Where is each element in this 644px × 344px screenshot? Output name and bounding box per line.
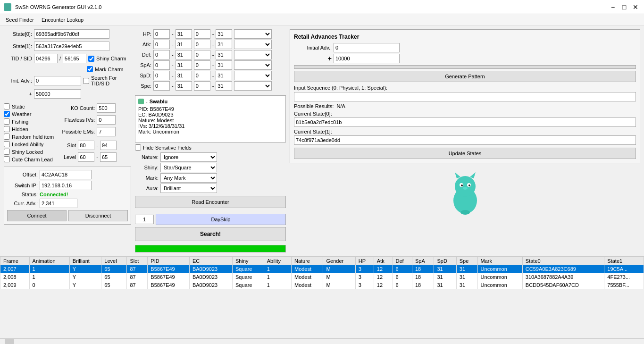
hp-min[interactable]: [153, 29, 170, 39]
mark-select[interactable]: Any Mark: [160, 173, 217, 183]
table-row[interactable]: 2,0081Y6587B5867E49BA0D9023Square1Modest…: [0, 273, 644, 281]
shiny-locked-row: Shiny Locked: [4, 149, 54, 155]
minimize-button[interactable]: −: [608, 2, 618, 12]
spd-max2[interactable]: [216, 71, 232, 80]
mark-charm-checkbox[interactable]: [87, 66, 93, 72]
spe-select[interactable]: [234, 81, 272, 91]
def-select[interactable]: [234, 50, 272, 59]
atk-max[interactable]: [176, 40, 192, 49]
def-max[interactable]: [176, 50, 192, 59]
spe-min2[interactable]: [194, 81, 210, 91]
slot-min-input[interactable]: [78, 141, 94, 150]
search-tid-checkbox[interactable]: [83, 78, 89, 84]
menu-seed-finder[interactable]: Seed Finder: [2, 16, 38, 24]
spd-select[interactable]: [234, 71, 272, 80]
search-button[interactable]: Search!: [135, 227, 286, 241]
nature-select[interactable]: Ignore: [160, 152, 217, 162]
locked-ability-checkbox[interactable]: [4, 141, 10, 147]
spd-max[interactable]: [176, 71, 192, 80]
atk-select[interactable]: [234, 40, 272, 49]
def-max2[interactable]: [216, 50, 232, 59]
tid-input[interactable]: [34, 54, 58, 63]
read-encounter-button[interactable]: Read Encounter: [135, 196, 286, 208]
ko-count-input[interactable]: [97, 103, 116, 113]
plus-adv-input[interactable]: [334, 54, 400, 63]
possible-ems-input[interactable]: [97, 127, 116, 136]
switch-ip-input[interactable]: [40, 181, 92, 190]
hp-select[interactable]: [234, 29, 272, 39]
spa-label: SpA:: [135, 62, 151, 68]
hidden-checkbox[interactable]: [4, 126, 10, 132]
disconnect-button[interactable]: Disconnect: [68, 210, 128, 221]
col-brilliant: Brilliant: [69, 257, 101, 265]
generate-pattern-button[interactable]: Generate Pattern: [294, 71, 636, 82]
spd-min2[interactable]: [194, 71, 210, 80]
state0-input[interactable]: [34, 29, 109, 39]
table-row[interactable]: 2,0090Y6587B5867E49BA0D9023Square1Modest…: [0, 281, 644, 289]
hp-min2[interactable]: [194, 29, 210, 39]
curr-adv-input[interactable]: [40, 199, 77, 208]
connect-button[interactable]: Connect: [7, 210, 67, 221]
offset-input[interactable]: [40, 170, 92, 179]
switch-ip-label: Switch IP:: [7, 183, 38, 188]
flawless-ivs-input[interactable]: [97, 115, 116, 125]
hide-sensitive-checkbox[interactable]: [135, 144, 141, 151]
current-state1-input[interactable]: [294, 135, 636, 145]
pokemon-mark: Mark: Uncommon: [138, 129, 283, 134]
slot-max-input[interactable]: [100, 141, 117, 150]
sid-input[interactable]: [63, 54, 86, 63]
static-checkbox[interactable]: [4, 103, 10, 109]
col-hp: HP: [355, 257, 374, 265]
ko-count-label: KO Count:: [59, 105, 95, 111]
shiny-locked-checkbox[interactable]: [4, 149, 10, 155]
spa-select[interactable]: [234, 60, 272, 70]
menu-encounter-lookup[interactable]: Encounter Lookup: [38, 16, 87, 24]
weather-checkbox[interactable]: [4, 111, 10, 117]
spa-min[interactable]: [153, 60, 170, 70]
current-state0-label: Current State[0]:: [294, 111, 636, 117]
spa-max[interactable]: [176, 60, 192, 70]
spe-max2[interactable]: [216, 81, 232, 91]
dayskip-button[interactable]: DaySkip: [156, 214, 286, 225]
spe-min[interactable]: [153, 81, 170, 91]
initial-adv-input[interactable]: [334, 43, 400, 52]
spd-min[interactable]: [153, 71, 170, 80]
close-button[interactable]: ✕: [631, 2, 640, 12]
table-cell: 1: [264, 273, 291, 281]
hp-max[interactable]: [176, 29, 192, 39]
init-adv-input[interactable]: [34, 76, 81, 85]
app-icon: [4, 3, 11, 11]
level-max-input[interactable]: [100, 152, 117, 162]
update-states-button[interactable]: Update States: [294, 148, 636, 159]
fishing-checkbox[interactable]: [4, 118, 10, 125]
shiny-select[interactable]: Star/Square: [160, 163, 217, 172]
atk-min2[interactable]: [194, 40, 210, 49]
dayskip-num-input[interactable]: [135, 215, 154, 224]
aura-filter-label: Aura:: [135, 185, 159, 191]
results-table-container[interactable]: Frame Animation Brilliant Level Slot PID…: [0, 256, 644, 338]
hp-max2[interactable]: [216, 29, 232, 39]
current-state0-input[interactable]: [294, 117, 636, 127]
maximize-button[interactable]: □: [619, 2, 629, 12]
level-min-input[interactable]: [78, 152, 94, 162]
input-seq-input[interactable]: [294, 92, 636, 101]
aura-select[interactable]: Brilliant: [160, 184, 217, 193]
def-min2[interactable]: [194, 50, 210, 59]
def-min[interactable]: [153, 50, 170, 59]
state1-input[interactable]: [34, 42, 109, 51]
scroll-thumb[interactable]: [5, 339, 14, 344]
table-cell: CC59A0E3A823C689: [522, 265, 604, 273]
static-label: Static: [12, 104, 25, 109]
spe-max[interactable]: [176, 81, 192, 91]
atk-max2[interactable]: [216, 40, 232, 49]
plus-input[interactable]: [34, 89, 81, 99]
table-cell: Uncommon: [477, 265, 522, 273]
table-row[interactable]: 2,0071Y6587B5867E49BA0D9023Square1Modest…: [0, 265, 644, 273]
spa-min2[interactable]: [194, 60, 210, 70]
shiny-charm-checkbox[interactable]: [88, 56, 94, 62]
atk-min[interactable]: [153, 40, 170, 49]
cute-charm-checkbox[interactable]: [4, 156, 10, 162]
horizontal-scrollbar[interactable]: [0, 338, 644, 344]
spa-max2[interactable]: [216, 60, 232, 70]
random-held-checkbox[interactable]: [4, 134, 10, 140]
